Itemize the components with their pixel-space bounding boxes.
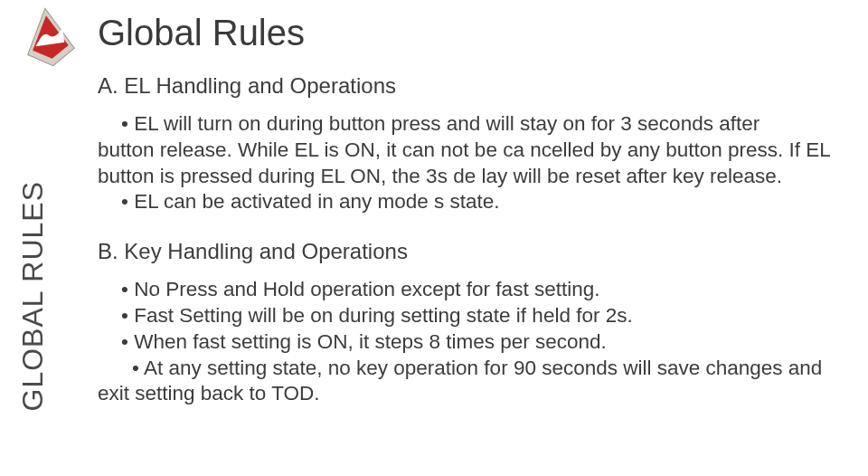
content-area: Global Rules A. EL Handling and Operatio…	[98, 13, 848, 407]
section-b-bullets: No Press and Hold operation except for f…	[98, 277, 848, 407]
sidebar-section-label: GLOBAL RULES	[16, 0, 50, 181]
section-b-bullet-1: No Press and Hold operation except for f…	[98, 277, 848, 303]
section-b-bullet-3: When fast setting is ON, it steps 8 time…	[98, 329, 848, 356]
page-title: Global Rules	[98, 13, 848, 53]
section-a-bullet-1-cont2: button is pressed during EL ON, the 3s d…	[98, 164, 848, 190]
section-a-bullet-2: EL can be activated in any mode s state.	[98, 189, 848, 215]
section-b-bullet-2: Fast Setting will be on during setting s…	[98, 303, 848, 329]
section-a-heading: A. EL Handling and Operations	[98, 73, 848, 99]
section-a-bullet-1: EL will turn on during button press and …	[98, 111, 848, 138]
section-b-bullet-4-cont: exit setting back to TOD.	[98, 381, 848, 407]
section-b-bullet-4: At any setting state, no key operation f…	[98, 356, 848, 382]
page: GLOBAL RULES Global Rules A. EL Handling…	[0, 0, 868, 476]
section-b-heading: B. Key Handling and Operations	[98, 239, 848, 264]
section-a-bullet-1-cont1: button release. While EL is ON, it can n…	[98, 138, 848, 164]
sidebar-section-label-text: GLOBAL RULES	[16, 181, 50, 411]
section-a-bullets: EL will turn on during button press and …	[98, 111, 848, 215]
